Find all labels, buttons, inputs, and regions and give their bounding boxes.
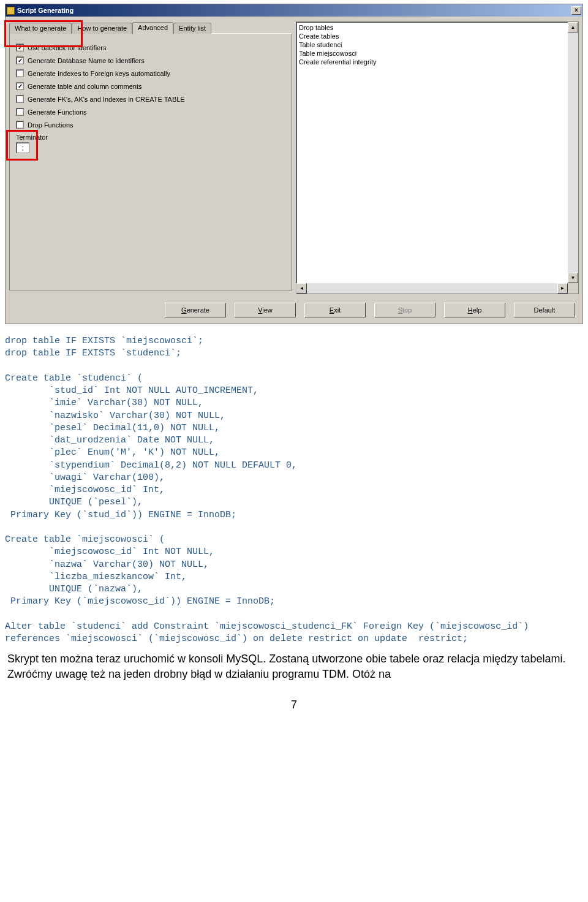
tab-how-to-generate[interactable]: How to generate: [72, 23, 132, 34]
scroll-down-icon[interactable]: ▼: [568, 273, 578, 283]
option-comments: Generate table and column comments: [16, 82, 285, 90]
checkbox-genfn[interactable]: [16, 108, 24, 116]
checkbox-fkak[interactable]: [16, 95, 24, 103]
generate-button[interactable]: Generate: [165, 303, 226, 317]
list-item: Create tables: [299, 32, 576, 40]
tab-entity-list[interactable]: Entity list: [173, 23, 211, 34]
checkbox-fkindex[interactable]: [16, 69, 24, 77]
label-dropfn: Drop Functions: [28, 121, 74, 129]
checkbox-dropfn[interactable]: [16, 121, 24, 129]
option-dbname: Generate Database Name to identifiers: [16, 56, 285, 64]
dialog-body: What to generate How to generate Advance…: [6, 17, 582, 324]
scroll-up-icon[interactable]: ▲: [568, 22, 578, 32]
option-fkak: Generate FK's, AK's and Indexes in CREAT…: [16, 95, 285, 103]
checkbox-comments[interactable]: [16, 82, 24, 90]
list-item: Create referential integrity: [299, 58, 576, 66]
window-title: Script Generating: [17, 7, 74, 14]
page-number: 7: [0, 681, 588, 716]
default-button[interactable]: Default: [514, 303, 575, 317]
label-fkindex: Generate Indexes to Foreign keys automat…: [28, 70, 170, 77]
label-dbname: Generate Database Name to identifiers: [28, 57, 145, 64]
log-listbox[interactable]: Drop tables Create tables Table studenci…: [296, 21, 579, 294]
app-icon: [7, 7, 15, 15]
sql-code-block: drop table IF EXISTS `miejscowosci`; dro…: [0, 330, 588, 645]
body-paragraph: Skrypt ten można teraz uruchomić w konso…: [0, 645, 588, 681]
tab-advanced[interactable]: Advanced: [132, 22, 173, 34]
window: Script Generating × What to generate How…: [5, 4, 583, 324]
right-panel: Drop tables Create tables Table studenci…: [296, 21, 579, 294]
option-fkindex: Generate Indexes to Foreign keys automat…: [16, 69, 285, 77]
scroll-track-v[interactable]: [568, 32, 578, 273]
label-comments: Generate table and column comments: [28, 83, 142, 90]
view-button[interactable]: View: [235, 303, 296, 317]
titlebar: Script Generating ×: [6, 4, 582, 17]
tab-strip: What to generate How to generate Advance…: [9, 21, 292, 34]
label-genfn: Generate Functions: [28, 108, 87, 116]
checkbox-backtick[interactable]: [16, 44, 24, 51]
option-genfn: Generate Functions: [16, 108, 285, 116]
option-dropfn: Drop Functions: [16, 121, 285, 129]
list-item: Drop tables: [299, 23, 576, 32]
scrollbar-horizontal[interactable]: ◄ ►: [296, 283, 568, 294]
option-backtick: Use backtick for identifiers: [16, 44, 285, 51]
list-item: Table miejscowosci: [299, 49, 576, 58]
close-button[interactable]: ×: [571, 6, 581, 15]
scroll-left-icon[interactable]: ◄: [296, 283, 307, 294]
help-button[interactable]: Help: [444, 303, 505, 317]
stop-button: Stop: [374, 303, 435, 317]
label-backtick: Use backtick for identifiers: [28, 44, 106, 51]
label-fkak: Generate FK's, AK's and Indexes in CREAT…: [28, 96, 185, 103]
left-panel: What to generate How to generate Advance…: [9, 21, 292, 294]
scrollbar-vertical[interactable]: ▲ ▼: [568, 22, 578, 283]
checkbox-dbname[interactable]: [16, 56, 24, 64]
terminator-label: Terminator: [16, 134, 285, 141]
advanced-tab-content: Use backtick for identifiers Generate Da…: [9, 33, 292, 290]
exit-button[interactable]: Exit: [304, 303, 366, 317]
list-item: Table studenci: [299, 40, 576, 49]
button-row: Generate View Exit Stop Help Default: [9, 294, 579, 320]
tab-what-to-generate[interactable]: What to generate: [9, 23, 72, 34]
scroll-track-h[interactable]: [307, 283, 557, 294]
scroll-corner: [568, 283, 578, 294]
terminator-input[interactable]: [16, 142, 29, 153]
scroll-right-icon[interactable]: ►: [557, 283, 568, 294]
